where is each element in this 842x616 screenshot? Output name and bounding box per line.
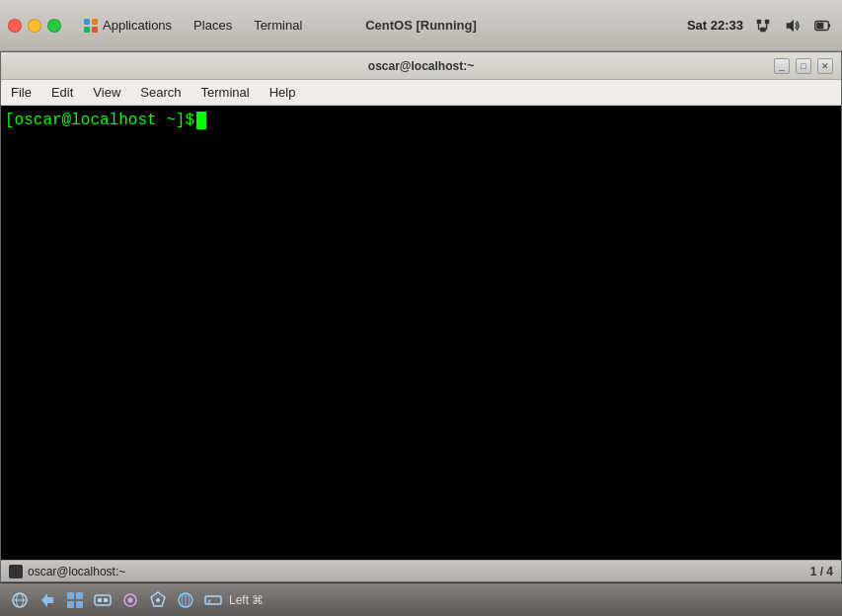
svg-rect-18: [67, 592, 74, 599]
places-label: Places: [193, 18, 232, 33]
svg-rect-22: [95, 595, 111, 605]
terminal-edit-menu[interactable]: Edit: [41, 82, 83, 103]
terminal-window: oscar@localhost:~ _ □ ✕ File Edit View S…: [0, 51, 842, 582]
terminal-menubar: File Edit View Search Terminal Help: [1, 80, 841, 106]
svg-rect-24: [104, 598, 108, 602]
topbar-title: CentOS [Running]: [365, 18, 477, 33]
terminal-search-menu[interactable]: Search: [130, 82, 191, 103]
taskbar: ⌘ Left ⌘: [0, 582, 842, 616]
terminal-tab[interactable]: oscar@localhost:~: [9, 565, 125, 578]
svg-rect-1: [92, 19, 98, 25]
svg-rect-3: [92, 27, 98, 33]
svg-point-26: [128, 597, 133, 602]
svg-text:⌘: ⌘: [207, 598, 211, 606]
terminal-titlebar: oscar@localhost:~ _ □ ✕: [1, 52, 841, 80]
taskbar-icon-5[interactable]: [118, 588, 142, 612]
svg-rect-0: [84, 19, 90, 25]
terminal-tab-label: oscar@localhost:~: [28, 565, 125, 578]
terminal-tab-icon: [9, 565, 23, 578]
taskbar-icon-7[interactable]: [174, 588, 197, 612]
applications-label: Applications: [103, 18, 172, 33]
terminal-restore-button[interactable]: □: [796, 58, 811, 74]
taskbar-icon-8[interactable]: ⌘: [201, 588, 225, 612]
terminal-menu[interactable]: Terminal: [244, 14, 312, 37]
places-menu[interactable]: Places: [184, 14, 242, 37]
terminal-file-menu[interactable]: File: [1, 82, 41, 103]
terminal-view-menu[interactable]: View: [83, 82, 130, 103]
svg-rect-12: [828, 24, 830, 28]
topbar-right: Sat 22:33: [687, 16, 832, 36]
taskbar-icon-3[interactable]: [63, 588, 87, 612]
taskbar-icon-6[interactable]: [146, 588, 170, 612]
svg-rect-23: [98, 598, 102, 602]
terminal-help-menu[interactable]: Help: [260, 82, 306, 103]
svg-marker-10: [787, 19, 794, 32]
taskbar-left-label: Left ⌘: [229, 593, 264, 607]
taskbar-icon-4[interactable]: [91, 588, 115, 612]
svg-rect-19: [76, 592, 83, 599]
top-bar-menu: Applications Places Terminal: [73, 14, 312, 38]
minimize-button[interactable]: [28, 19, 41, 33]
terminal-close-button[interactable]: ✕: [817, 58, 833, 74]
svg-point-28: [156, 598, 160, 602]
terminal-statusbar: oscar@localhost:~ 1 / 4: [1, 560, 841, 581]
terminal-body[interactable]: [oscar@localhost ~]$: [1, 106, 841, 560]
svg-rect-5: [765, 19, 770, 24]
terminal-titlebar-buttons: _ □ ✕: [774, 58, 833, 74]
terminal-prompt: [oscar@localhost ~]$: [5, 112, 837, 129]
applications-menu[interactable]: Applications: [73, 14, 182, 38]
svg-rect-13: [816, 22, 823, 28]
apps-icon: [83, 18, 99, 34]
close-button[interactable]: [8, 19, 22, 33]
volume-icon[interactable]: [783, 16, 803, 36]
svg-rect-20: [67, 601, 74, 608]
maximize-button[interactable]: [47, 19, 61, 33]
battery-icon[interactable]: [812, 16, 832, 36]
clock: Sat 22:33: [687, 18, 743, 33]
svg-rect-4: [757, 19, 762, 24]
terminal-cursor: [196, 112, 206, 129]
svg-rect-2: [84, 27, 90, 33]
top-bar: Applications Places Terminal CentOS [Run…: [0, 0, 842, 51]
terminal-title: oscar@localhost:~: [368, 59, 474, 73]
terminal-terminal-menu[interactable]: Terminal: [191, 82, 260, 103]
window-controls: [8, 19, 61, 33]
taskbar-icon-1[interactable]: [8, 588, 32, 612]
terminal-label: Terminal: [254, 18, 302, 33]
svg-marker-17: [41, 593, 53, 607]
svg-rect-21: [76, 601, 83, 608]
prompt-text: [oscar@localhost ~]$: [5, 112, 194, 129]
network-icon[interactable]: [753, 16, 773, 36]
taskbar-icon-2[interactable]: [36, 588, 59, 612]
page-indicator: 1 / 4: [810, 565, 833, 578]
terminal-minimize-button[interactable]: _: [774, 58, 790, 74]
